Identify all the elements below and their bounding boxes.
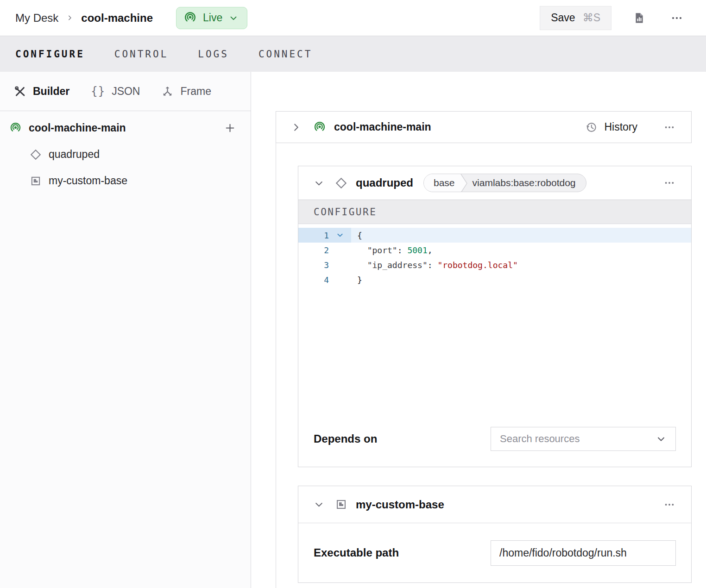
depends-on-row: Depends on Search resources xyxy=(298,423,691,467)
machine-status-dropdown[interactable]: Live xyxy=(176,7,247,29)
editor-gutter: 4 xyxy=(298,272,351,287)
save-shortcut: ⌘S xyxy=(583,12,600,24)
save-label: Save xyxy=(551,12,575,24)
module-icon xyxy=(335,498,347,511)
tab-logs[interactable]: LOGS xyxy=(198,49,229,60)
diamond-icon xyxy=(335,177,347,189)
depends-on-label: Depends on xyxy=(314,432,377,445)
file-chart-icon xyxy=(633,12,646,25)
tree-item-label: my-custom-base xyxy=(49,175,127,187)
save-button[interactable]: Save ⌘S xyxy=(540,6,611,30)
code-text: "port": 5001, xyxy=(351,245,433,255)
config-view-switcher: Builder {} JSON Frame xyxy=(0,72,251,111)
history-label: History xyxy=(604,121,637,133)
code-editor[interactable]: 1{2 "port": 5001,3 "ip_address": "robotd… xyxy=(298,224,691,423)
view-frame[interactable]: Frame xyxy=(161,85,211,98)
tree-connector-line xyxy=(276,143,276,588)
ellipsis-icon xyxy=(662,122,676,132)
depends-on-placeholder: Search resources xyxy=(500,433,580,445)
badge-separator-icon xyxy=(458,174,469,192)
tree-item-module[interactable]: my-custom-base xyxy=(0,168,251,194)
content: Builder {} JSON Frame cool-machine-main xyxy=(0,72,706,588)
tree-item-component[interactable]: quadruped xyxy=(0,141,251,168)
line-number: 4 xyxy=(298,275,329,285)
config-sidebar: Builder {} JSON Frame cool-machine-main xyxy=(0,72,251,588)
tab-configure[interactable]: CONFIGURE xyxy=(15,49,85,60)
diamond-icon xyxy=(30,149,42,161)
component-type-badge: base viamlabs:base:robotdog xyxy=(423,174,586,192)
module-icon xyxy=(30,175,42,187)
editor-gutter: 2 xyxy=(298,243,351,257)
part-card-title: cool-machine-main xyxy=(334,121,431,133)
tools-icon xyxy=(14,85,26,98)
component-card-header: quadruped base viamlabs:base:robotdog xyxy=(298,166,691,200)
header-actions: Save ⌘S xyxy=(540,6,687,30)
line-number: 3 xyxy=(298,260,329,270)
depends-on-select[interactable]: Search resources xyxy=(491,427,676,451)
config-main: cool-machine-main History xyxy=(251,72,706,588)
chevron-down-icon xyxy=(228,13,239,23)
breadcrumb-parent-link[interactable]: My Desk xyxy=(15,12,58,25)
module-card-my-custom-base: my-custom-base Executable path xyxy=(298,486,692,583)
ellipsis-icon xyxy=(669,13,685,24)
view-builder[interactable]: Builder xyxy=(14,85,69,98)
executable-path-label: Executable path xyxy=(314,546,399,559)
header-overflow-menu-button[interactable] xyxy=(667,11,687,25)
history-clock-icon xyxy=(585,121,598,134)
editor-gutter: 3 xyxy=(298,257,351,272)
broadcast-icon xyxy=(313,121,326,134)
fold-chevron-icon[interactable] xyxy=(329,230,351,240)
code-line[interactable]: 3 "ip_address": "robotdog.local" xyxy=(298,257,691,272)
chevron-down-icon xyxy=(656,433,667,444)
resource-tree: cool-machine-main quadruped my-custom-ba… xyxy=(0,111,251,194)
component-menu-button[interactable] xyxy=(661,176,678,190)
module-menu-button[interactable] xyxy=(661,498,678,512)
machine-status-label: Live xyxy=(203,12,222,24)
view-frame-label: Frame xyxy=(180,85,211,98)
component-card-quadruped: quadruped base viamlabs:base:robotdog xyxy=(298,166,692,467)
module-card-body: Executable path xyxy=(298,523,691,582)
breadcrumb: My Desk cool-machine xyxy=(15,12,153,25)
expand-chevron-right-icon[interactable] xyxy=(290,121,302,133)
app-header: My Desk cool-machine Live Save ⌘S xyxy=(0,0,706,36)
tab-connect[interactable]: CONNECT xyxy=(258,49,313,60)
module-title: my-custom-base xyxy=(356,498,444,511)
machine-tab-bar: CONFIGURE CONTROL LOGS CONNECT xyxy=(0,36,706,72)
line-number: 2 xyxy=(298,245,329,255)
machine-metrics-button[interactable] xyxy=(631,10,648,26)
code-text: { xyxy=(351,231,362,240)
code-line[interactable]: 1{ xyxy=(298,228,691,243)
ellipsis-icon xyxy=(662,500,676,510)
frame-axes-icon xyxy=(161,85,174,98)
collapse-chevron-down-icon[interactable] xyxy=(313,499,325,510)
broadcast-icon xyxy=(183,11,197,25)
view-json-label: JSON xyxy=(112,85,140,98)
breadcrumb-separator-icon xyxy=(66,14,74,22)
plus-icon xyxy=(224,122,236,134)
part-card-menu-button[interactable] xyxy=(661,120,678,134)
executable-path-input[interactable] xyxy=(491,540,676,566)
tree-item-label: cool-machine-main xyxy=(29,122,126,134)
add-resource-button[interactable] xyxy=(223,121,237,135)
configure-section-header: CONFIGURE xyxy=(298,200,691,224)
code-line[interactable]: 2 "port": 5001, xyxy=(298,243,691,257)
badge-type: base xyxy=(424,174,458,192)
view-json[interactable]: {} JSON xyxy=(91,85,140,98)
editor-gutter: 1 xyxy=(298,228,351,243)
view-builder-label: Builder xyxy=(33,85,69,98)
machine-part-card: cool-machine-main History xyxy=(276,111,692,143)
broadcast-icon xyxy=(9,122,22,134)
badge-model: viamlabs:base:robotdog xyxy=(469,174,586,192)
tree-item-machine-part[interactable]: cool-machine-main xyxy=(0,115,251,141)
code-line[interactable]: 4} xyxy=(298,272,691,287)
code-text: "ip_address": "robotdog.local" xyxy=(351,260,518,270)
code-text: } xyxy=(351,275,362,285)
tree-item-label: quadruped xyxy=(49,148,100,161)
tab-control[interactable]: CONTROL xyxy=(114,49,169,60)
ellipsis-icon xyxy=(662,178,676,188)
collapse-chevron-down-icon[interactable] xyxy=(313,177,325,189)
line-number: 1 xyxy=(298,231,329,240)
module-card-header: my-custom-base xyxy=(298,486,691,523)
history-button[interactable]: History xyxy=(582,120,640,134)
component-title: quadruped xyxy=(356,176,413,189)
